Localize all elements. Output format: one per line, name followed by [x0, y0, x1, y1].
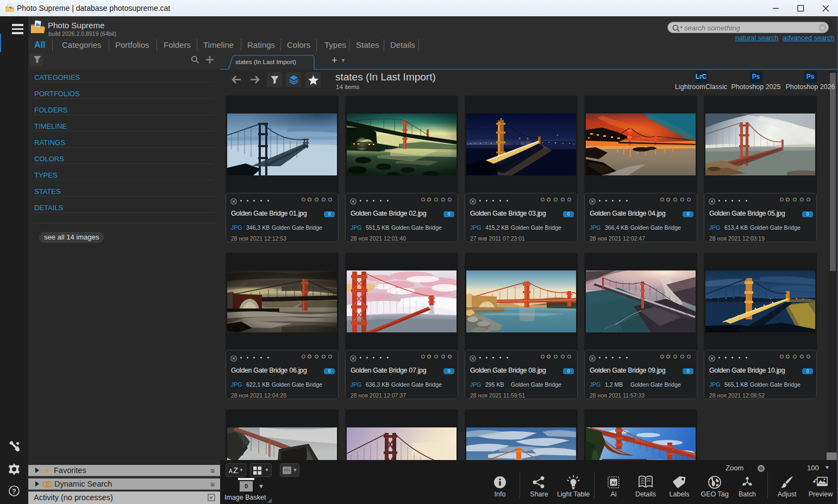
svg-text:AI: AI	[611, 480, 616, 486]
svg-text:?: ?	[12, 488, 16, 495]
